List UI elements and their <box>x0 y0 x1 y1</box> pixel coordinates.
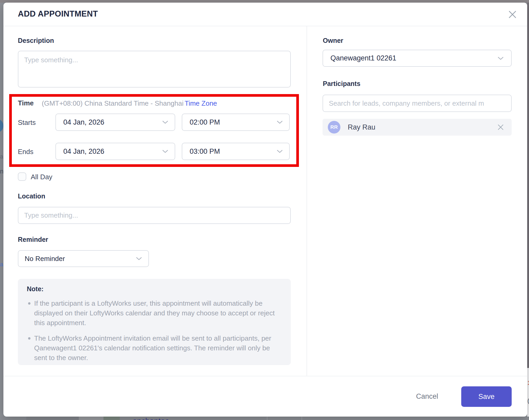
backdrop-text-fragment: n <box>0 168 3 175</box>
reminder-label: Reminder <box>18 236 48 243</box>
close-button[interactable] <box>505 7 520 22</box>
time-label: Time <box>18 99 34 107</box>
add-appointment-modal: ADD APPOINTMENT Description Time (GMT+08… <box>3 3 527 417</box>
screen: 1 ( a n ai enchantee ADD APPOINTMENT Des… <box>0 0 529 420</box>
backdrop-avatar-fragment <box>0 119 3 133</box>
chevron-down-icon <box>162 150 168 153</box>
backdrop-text-fragment: a <box>0 153 3 160</box>
backdrop-table-cell-fragment <box>79 417 103 420</box>
start-date-select[interactable]: 04 Jan, 2026 <box>55 114 175 131</box>
note-box: Note: If the participant is a LoftyWorks… <box>18 279 291 365</box>
end-date-value: 04 Jan, 2026 <box>63 147 104 156</box>
cancel-button[interactable]: Cancel <box>410 388 444 405</box>
bullet-dot-icon <box>28 302 30 305</box>
chevron-down-icon <box>136 257 142 260</box>
all-day-label: All Day <box>31 173 52 181</box>
backdrop-table-border-fragment <box>267 417 267 420</box>
participant-avatar: RR <box>328 121 340 134</box>
description-label: Description <box>18 37 54 44</box>
bullet-dot-icon <box>28 337 30 340</box>
column-divider <box>307 26 307 376</box>
header-divider <box>3 26 527 26</box>
backdrop-table-cell-fragment <box>103 417 120 420</box>
location-input[interactable] <box>18 207 291 224</box>
participant-name: Ray Rau <box>348 123 496 131</box>
chevron-down-icon <box>277 120 283 124</box>
backdrop-table-border-fragment <box>302 417 302 420</box>
start-time-value: 02:00 PM <box>190 118 220 126</box>
end-time-select[interactable]: 03:00 PM <box>182 143 290 160</box>
all-day-checkbox[interactable] <box>18 172 26 181</box>
chevron-down-icon <box>162 120 168 124</box>
note-bullet: The LoftyWorks Appointment invitation em… <box>27 334 276 363</box>
backdrop-link-fragment: enchantee <box>133 417 169 420</box>
timezone-text: (GMT+08:00) China Standard Time - Shangh… <box>42 99 184 107</box>
modal-title: ADD APPOINTMENT <box>18 9 98 19</box>
reminder-value: No Reminder <box>25 255 65 263</box>
backdrop-fragment-text: 1 <box>527 380 529 386</box>
note-bullet-text: If the participant is a LoftyWorks user,… <box>34 299 276 328</box>
participant-chip: RR Ray Rau <box>323 119 512 136</box>
starts-label: Starts <box>18 119 36 127</box>
chevron-down-icon <box>497 57 504 60</box>
remove-icon <box>497 124 504 131</box>
participants-label: Participants <box>323 80 360 88</box>
chevron-down-icon <box>277 150 283 153</box>
start-time-select[interactable]: 02:00 PM <box>182 114 290 131</box>
footer-divider <box>3 376 527 376</box>
location-label: Location <box>18 192 45 200</box>
note-bullet-text: The LoftyWorks Appointment invitation em… <box>34 334 276 363</box>
participants-search-input[interactable] <box>323 95 512 112</box>
save-button[interactable]: Save <box>461 386 512 407</box>
backdrop-top-strip <box>0 0 529 3</box>
description-input[interactable] <box>18 51 291 88</box>
backdrop-right-edge-cell: 1 ( <box>527 368 529 417</box>
owner-label: Owner <box>323 37 343 44</box>
owner-value: Qanewagent1 02261 <box>330 54 396 62</box>
ends-label: Ends <box>18 148 33 156</box>
owner-select[interactable]: Qanewagent1 02261 <box>323 50 512 67</box>
close-icon <box>508 10 517 19</box>
backdrop-text-fragment: ai <box>0 261 3 268</box>
backdrop-fragment-text: ( <box>527 397 529 404</box>
note-bullet: If the participant is a LoftyWorks user,… <box>27 299 276 328</box>
backdrop-right-strip <box>527 3 529 368</box>
start-date-value: 04 Jan, 2026 <box>63 118 104 126</box>
end-time-value: 03:00 PM <box>190 147 220 156</box>
remove-participant-button[interactable] <box>496 122 505 132</box>
reminder-select[interactable]: No Reminder <box>18 250 149 267</box>
end-date-select[interactable]: 04 Jan, 2026 <box>55 143 175 160</box>
backdrop-bottom-strip: enchantee <box>0 417 529 420</box>
note-title: Note: <box>27 285 276 293</box>
timezone-link[interactable]: Time Zone <box>185 99 217 107</box>
